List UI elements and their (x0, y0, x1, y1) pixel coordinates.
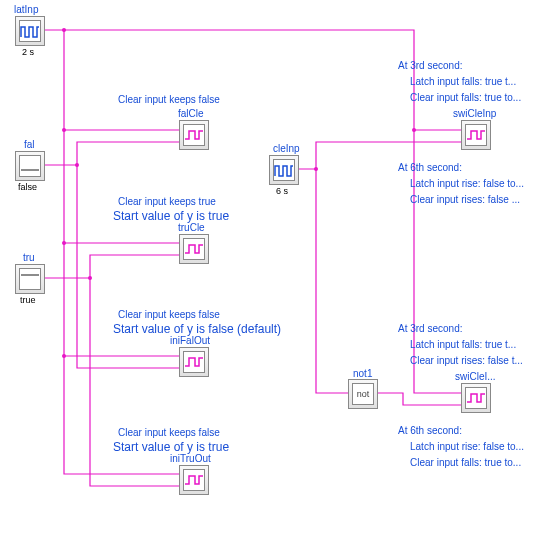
annot-at6a-l1: Latch input rise: false to... (410, 178, 524, 189)
fal-label: fal (24, 139, 35, 150)
swiCleI-label: swiCleI... (455, 371, 496, 382)
annot-at3b-l2: Clear input rises: false t... (410, 355, 523, 366)
truCle-label: truCle (178, 222, 205, 233)
annot-at3b-head: At 3rd second: (398, 323, 462, 334)
iniTruOut-block[interactable] (179, 465, 209, 495)
const-true-icon (20, 271, 40, 287)
swiCleInp-block[interactable] (461, 120, 491, 150)
tru-block[interactable] (15, 264, 45, 294)
svg-point-5 (88, 276, 92, 280)
latch-icon (184, 354, 204, 370)
not1-text: not (352, 383, 374, 405)
annot-at6b-l2: Clear input falls: true to... (410, 457, 521, 468)
falCle-block[interactable] (179, 120, 209, 150)
const-false-icon (20, 158, 40, 174)
annot-clearFalse1: Clear input keeps false (118, 94, 220, 105)
svg-point-7 (412, 128, 416, 132)
svg-point-3 (62, 354, 66, 358)
fal-caption: false (18, 182, 37, 192)
cleInp-block[interactable] (269, 155, 299, 185)
svg-point-0 (62, 28, 66, 32)
svg-point-2 (62, 241, 66, 245)
not1-label: not1 (353, 368, 372, 379)
latch-icon (466, 390, 486, 406)
annot-clearTrue: Clear input keeps true (118, 196, 216, 207)
annot-clearFalse3: Clear input keeps false (118, 427, 220, 438)
tru-label: tru (23, 252, 35, 263)
annot-at3a-head: At 3rd second: (398, 60, 462, 71)
annot-startTrue1: Start value of y is true (113, 209, 229, 223)
not1-block[interactable]: not (348, 379, 378, 409)
svg-point-1 (62, 128, 66, 132)
annot-at6b-l1: Latch input rise: false to... (410, 441, 524, 452)
annot-at6a-l2: Clear input rises: false ... (410, 194, 520, 205)
falCle-label: falCle (178, 108, 204, 119)
swiCleInp-label: swiCleInp (453, 108, 496, 119)
tru-caption: true (20, 295, 36, 305)
svg-point-4 (75, 163, 79, 167)
latInp-label: latInp (14, 4, 38, 15)
latch-icon (184, 472, 204, 488)
fal-block[interactable] (15, 151, 45, 181)
cleInp-caption: 6 s (276, 186, 288, 196)
pulse-icon (20, 23, 40, 39)
annot-at3a-l1: Latch input falls: true t... (410, 76, 516, 87)
latInp-caption: 2 s (22, 47, 34, 57)
truCle-block[interactable] (179, 234, 209, 264)
swiCleI-block[interactable] (461, 383, 491, 413)
annot-startFalseDef: Start value of y is false (default) (113, 322, 281, 336)
iniFalOut-label: iniFalOut (170, 335, 210, 346)
latInp-block[interactable] (15, 16, 45, 46)
annot-at6b-head: At 6th second: (398, 425, 462, 436)
annot-at6a-head: At 6th second: (398, 162, 462, 173)
pulse-icon (274, 162, 294, 178)
annot-at3a-l2: Clear input falls: true to... (410, 92, 521, 103)
annot-startTrue2: Start value of y is true (113, 440, 229, 454)
iniTruOut-label: iniTruOut (170, 453, 211, 464)
annot-clearFalse2: Clear input keeps false (118, 309, 220, 320)
latch-icon (466, 127, 486, 143)
cleInp-label: cleInp (273, 143, 300, 154)
iniFalOut-block[interactable] (179, 347, 209, 377)
latch-icon (184, 241, 204, 257)
latch-icon (184, 127, 204, 143)
svg-point-6 (314, 167, 318, 171)
annot-at3b-l1: Latch input falls: true t... (410, 339, 516, 350)
